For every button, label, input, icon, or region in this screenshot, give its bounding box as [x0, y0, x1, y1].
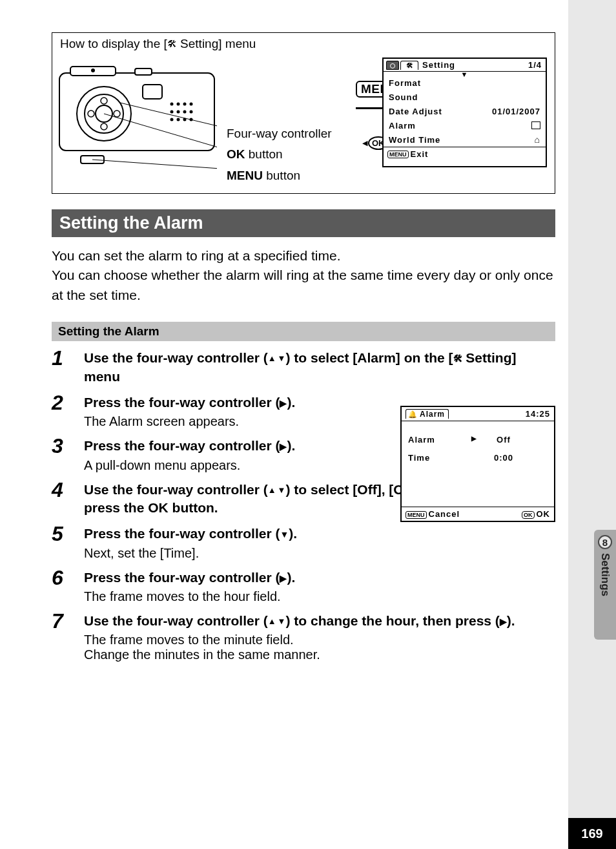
t: button.: [169, 500, 218, 515]
svg-point-17: [177, 110, 180, 114]
svg-point-14: [183, 103, 187, 106]
svg-rect-3: [135, 68, 152, 75]
title-suffix: Setting] menu: [177, 37, 256, 50]
triangle-right-icon: ▶: [471, 435, 477, 442]
time-row-label: Time: [408, 453, 460, 463]
camera-illustration: [59, 65, 217, 175]
alarm-value-text: Off: [497, 435, 511, 445]
t: ).: [287, 438, 295, 453]
alarm-header-label: Alarm: [420, 410, 445, 419]
menu-item-alarm: Alarm: [389, 118, 540, 132]
t: Use the four-way controller (: [84, 482, 268, 497]
step-title: Use the four-way controller () to select…: [84, 349, 555, 386]
step-title: Press the four-way controller (▶).: [84, 437, 407, 455]
page: How to display the [🛠 Setting] menu: [0, 0, 568, 849]
right-icon: ▶: [280, 398, 287, 408]
down-arrow-icon: ▼: [461, 70, 469, 78]
time-row: Time 0:00: [408, 448, 548, 466]
bell-icon: 🔔: [408, 410, 418, 419]
intro-text: You can set the alarm to ring at a speci…: [52, 246, 555, 305]
right-margin: [568, 0, 616, 849]
lcd-tabs: 🛠 Setting 1/4: [384, 59, 546, 72]
svg-point-19: [190, 110, 193, 114]
time-row-value: 0:00: [460, 453, 548, 463]
step-number: 2: [52, 392, 84, 429]
alarm-label: Alarm: [389, 121, 460, 131]
t: ).: [289, 526, 297, 541]
menu-suffix: button: [263, 169, 300, 182]
fourway-label: Four-way controller: [227, 123, 332, 144]
step-title: Press the four-way controller (▼).: [84, 525, 555, 543]
camera-tab-icon: [386, 61, 399, 70]
t: ).: [287, 395, 295, 410]
step-number: 6: [52, 567, 84, 604]
setting-tab-icon: 🛠: [400, 61, 418, 70]
step-desc: The frame moves to the hour field.: [84, 589, 555, 604]
checkbox-icon: [531, 121, 540, 129]
right-icon: ▶: [280, 441, 287, 452]
up-down-icon: [268, 482, 286, 497]
ok-inline: OK: [148, 500, 169, 515]
t: Press the four-way controller (: [84, 526, 280, 541]
sound-label: Sound: [389, 92, 460, 102]
exit-label: Exit: [411, 149, 429, 159]
ok-bold: OK: [227, 147, 245, 161]
alarm-header-time: 14:25: [526, 409, 550, 419]
chapter-label: Settings: [599, 553, 611, 596]
t: Use the four-way controller (: [84, 613, 268, 628]
step-number: 1: [52, 348, 84, 386]
lcd2-header: 🔔 Alarm 14:25: [402, 407, 554, 421]
title-prefix: How to display the [: [60, 37, 167, 50]
menu-small-icon: MENU: [406, 511, 427, 519]
how-to-display-box: How to display the [🛠 Setting] menu: [52, 32, 555, 194]
lcd2-body: Alarm ▶Off Time 0:00: [402, 421, 554, 466]
alarm-row-label: Alarm: [408, 435, 460, 445]
step-number: 3: [52, 435, 84, 472]
world-time-label: World Time: [389, 135, 460, 145]
ok-label: OK: [537, 509, 551, 519]
ok-small-icon: OK: [522, 511, 535, 519]
step-desc: The frame moves to the minute field. Cha…: [84, 633, 555, 662]
t: ).: [507, 613, 515, 628]
svg-rect-11: [143, 85, 162, 99]
step-6: 6 Press the four-way controller (▶). The…: [52, 567, 555, 604]
settings-icon: 🛠: [453, 353, 462, 364]
t: Use the four-way controller (: [84, 350, 268, 365]
date-value: 01/01/2007: [492, 107, 540, 116]
step-desc: Next, set the [Time].: [84, 546, 555, 561]
lcd-setting-menu: 🛠 Setting 1/4 ▼ Format Sound Date Adjust…: [382, 58, 547, 167]
t: ) to change the hour, then press (: [285, 613, 499, 628]
step-1: 1 Use the four-way controller () to sele…: [52, 348, 555, 386]
lcd-alarm-screen: 🔔 Alarm 14:25 Alarm ▶Off Time 0:00 MENUC…: [400, 406, 555, 522]
step-number: 7: [52, 611, 84, 662]
ok-button-label: OK button: [227, 144, 332, 165]
triangle-left-icon: ◀: [362, 139, 367, 147]
settings-icon: 🛠: [167, 38, 177, 49]
step-5: 5 Press the four-way controller (▼). Nex…: [52, 523, 555, 560]
sub-heading: Setting the Alarm: [52, 322, 555, 341]
menu-item-sound: Sound: [389, 90, 540, 104]
up-down-icon: [268, 350, 286, 365]
footer-right: OKOK: [522, 509, 550, 519]
home-icon: ⌂: [535, 134, 540, 145]
menu-small-icon: MENU: [387, 151, 409, 158]
date-adjust-label: Date Adjust: [389, 107, 460, 116]
lcd2-footer: MENUCancel OKOK: [402, 507, 554, 521]
cancel-label: Cancel: [429, 509, 460, 519]
step-number: 5: [52, 523, 84, 560]
alarm-row-value: ▶Off: [460, 435, 548, 445]
svg-point-8: [101, 123, 107, 130]
step-title: Press the four-way controller (▶).: [84, 569, 555, 587]
svg-point-7: [101, 98, 107, 104]
right-icon: ▶: [280, 573, 287, 583]
diagram-title: How to display the [🛠 Setting] menu: [60, 37, 256, 51]
step-desc: The Alarm screen appears.: [84, 414, 407, 429]
lcd-title: Setting: [422, 60, 455, 70]
t: ).: [287, 570, 295, 585]
menu-button-label: MENU button: [227, 165, 332, 186]
alarm-tab: 🔔 Alarm: [406, 409, 449, 419]
menu-item-world-time: World Time⌂: [389, 132, 540, 147]
ok-suffix: button: [245, 147, 283, 161]
svg-point-21: [177, 118, 180, 121]
t: Press the four-way controller (: [84, 438, 280, 453]
